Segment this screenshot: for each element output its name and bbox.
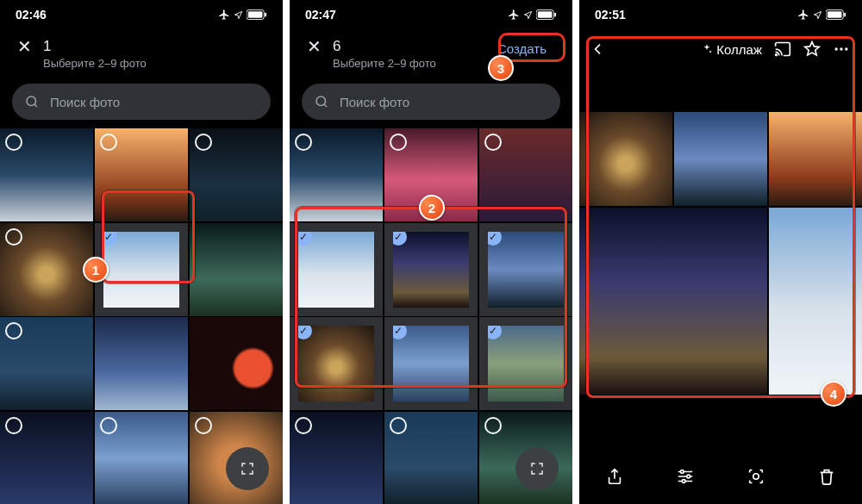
- selection-hint: Выберите 2–9 фото: [43, 57, 265, 70]
- select-ring-icon: [484, 417, 502, 434]
- location-icon: [813, 10, 822, 20]
- select-ring-icon: [5, 417, 22, 434]
- svg-point-7: [316, 96, 326, 106]
- cast-icon[interactable]: [774, 40, 791, 58]
- svg-point-11: [776, 54, 778, 56]
- screen-select-one: 02:46 ✕ 1 Выберите 2–9 фото Поиск фото ✓: [0, 0, 283, 504]
- search-input[interactable]: Поиск фото: [12, 84, 271, 120]
- select-ring-icon: [390, 134, 407, 151]
- photo-thumb[interactable]: [0, 223, 93, 316]
- share-icon[interactable]: [605, 467, 624, 486]
- viewer-header: Коллаж: [579, 29, 862, 69]
- back-icon[interactable]: [591, 42, 605, 56]
- check-icon: ✓: [390, 322, 407, 339]
- location-icon: [234, 10, 243, 20]
- check-icon: ✓: [484, 228, 502, 246]
- photo-thumb[interactable]: [95, 317, 188, 410]
- photo-thumb-selected[interactable]: ✓: [479, 223, 572, 316]
- statusbar: 02:51: [579, 0, 862, 29]
- airplane-icon: [797, 9, 809, 21]
- select-ring-icon: [5, 322, 22, 339]
- select-ring-icon: [5, 134, 22, 151]
- check-icon: ✓: [295, 322, 312, 339]
- sparkle-icon: [701, 43, 713, 55]
- collage-image[interactable]: [579, 112, 862, 395]
- fullscreen-fab[interactable]: [226, 447, 269, 490]
- viewer-toolbar: [579, 449, 862, 504]
- airplane-icon: [508, 9, 520, 21]
- selection-count: 1: [43, 38, 265, 55]
- statusbar: 02:47: [290, 0, 572, 29]
- status-time: 02:51: [595, 8, 626, 22]
- select-ring-icon: [390, 417, 407, 434]
- svg-rect-6: [554, 13, 556, 17]
- photo-thumb[interactable]: [0, 317, 93, 410]
- svg-point-3: [27, 96, 36, 106]
- close-icon[interactable]: ✕: [307, 38, 326, 55]
- select-ring-icon: [195, 134, 212, 151]
- location-icon: [523, 10, 533, 20]
- search-input[interactable]: Поиск фото: [302, 84, 560, 120]
- create-button[interactable]: Создать: [489, 38, 555, 59]
- svg-point-16: [687, 475, 690, 478]
- airplane-icon: [218, 9, 230, 21]
- battery-icon: [826, 9, 846, 20]
- fullscreen-fab[interactable]: [515, 447, 559, 490]
- select-ring-icon: [295, 134, 312, 151]
- search-icon: [314, 94, 329, 109]
- svg-rect-5: [538, 11, 553, 17]
- selection-hint: Выберите 2–9 фото: [333, 57, 489, 70]
- tune-icon[interactable]: [676, 467, 695, 486]
- check-icon: ✓: [295, 228, 312, 246]
- selection-header: ✕ 1 Выберите 2–9 фото: [0, 29, 283, 75]
- photo-thumb[interactable]: [190, 128, 283, 221]
- battery-icon: [247, 9, 267, 20]
- selection-count: 6: [333, 38, 489, 55]
- more-icon[interactable]: [833, 40, 850, 58]
- status-time: 02:47: [305, 8, 336, 22]
- screen-collage-result: 02:51 Коллаж 4: [579, 0, 862, 504]
- photo-thumb-selected[interactable]: ✓: [384, 317, 478, 410]
- trash-icon[interactable]: [817, 467, 836, 486]
- photo-thumb[interactable]: [190, 223, 283, 316]
- photo-thumb-selected[interactable]: ✓: [95, 223, 188, 316]
- photo-thumb-selected[interactable]: ✓: [384, 223, 478, 316]
- photo-thumb-selected[interactable]: ✓: [290, 317, 383, 410]
- photo-thumb[interactable]: [0, 412, 93, 505]
- search-placeholder: Поиск фото: [50, 95, 120, 109]
- status-time: 02:46: [16, 8, 47, 22]
- svg-point-14: [845, 47, 847, 50]
- close-icon[interactable]: ✕: [17, 38, 36, 55]
- search-icon: [24, 94, 40, 109]
- select-ring-icon: [100, 134, 117, 151]
- svg-point-17: [682, 480, 685, 483]
- photo-thumb[interactable]: [190, 317, 283, 410]
- photo-thumb[interactable]: [479, 128, 572, 221]
- svg-point-15: [681, 470, 684, 474]
- statusbar: 02:46: [0, 0, 283, 29]
- photo-thumb[interactable]: [95, 412, 188, 505]
- selection-header: ✕ 6 Выберите 2–9 фото Создать: [290, 29, 572, 75]
- svg-point-12: [835, 47, 838, 50]
- select-ring-icon: [100, 417, 117, 434]
- svg-rect-1: [248, 11, 263, 17]
- select-ring-icon: [295, 417, 312, 434]
- photo-thumb-selected[interactable]: ✓: [290, 223, 383, 316]
- photo-thumb[interactable]: [0, 128, 93, 221]
- photo-thumb[interactable]: [290, 128, 383, 221]
- photo-thumb[interactable]: [290, 412, 383, 505]
- photo-thumb[interactable]: [95, 128, 188, 221]
- star-icon[interactable]: [803, 40, 821, 58]
- check-icon: ✓: [390, 228, 407, 246]
- battery-icon: [536, 9, 557, 20]
- check-icon: ✓: [100, 228, 117, 246]
- lens-icon[interactable]: [746, 467, 765, 486]
- check-icon: ✓: [484, 322, 502, 339]
- search-placeholder: Поиск фото: [340, 95, 409, 109]
- photo-thumb[interactable]: [384, 412, 478, 505]
- photo-thumb-selected[interactable]: ✓: [479, 317, 572, 410]
- photo-thumb[interactable]: [384, 128, 478, 221]
- select-ring-icon: [484, 134, 502, 151]
- svg-point-18: [753, 474, 759, 479]
- select-ring-icon: [5, 228, 22, 246]
